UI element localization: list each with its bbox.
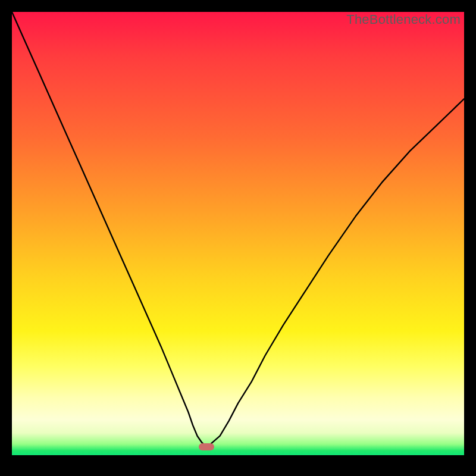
minimum-marker	[199, 443, 214, 450]
x-axis-baseline	[12, 455, 464, 456]
bottleneck-curve	[12, 12, 464, 455]
chart-frame: TheBottleneck.com	[12, 12, 464, 464]
watermark-text: TheBottleneck.com	[346, 12, 461, 27]
